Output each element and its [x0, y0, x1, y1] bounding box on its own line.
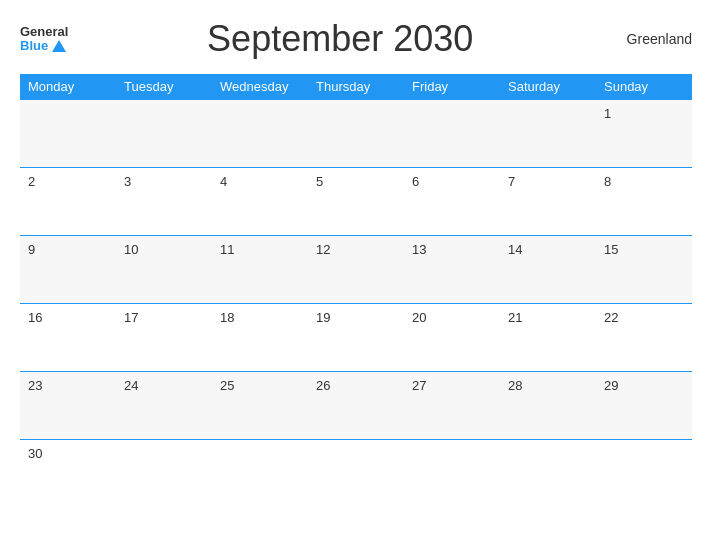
logo-blue-area: Blue [20, 39, 66, 53]
calendar-cell: 3 [116, 168, 212, 236]
calendar-cell: 16 [20, 304, 116, 372]
col-friday: Friday [404, 74, 500, 100]
col-monday: Monday [20, 74, 116, 100]
calendar-cell: 10 [116, 236, 212, 304]
calendar-cell: 21 [500, 304, 596, 372]
calendar-cell: 19 [308, 304, 404, 372]
calendar-week-row: 30 [20, 440, 692, 508]
day-number: 16 [28, 310, 42, 325]
day-number: 19 [316, 310, 330, 325]
calendar-week-row: 9101112131415 [20, 236, 692, 304]
calendar-cell: 13 [404, 236, 500, 304]
calendar-cell [212, 100, 308, 168]
calendar-cell: 22 [596, 304, 692, 372]
calendar-cell: 24 [116, 372, 212, 440]
calendar-cell: 26 [308, 372, 404, 440]
logo-triangle-icon [52, 40, 66, 52]
col-sunday: Sunday [596, 74, 692, 100]
calendar-container: General Blue September 2030 Greenland Mo… [0, 0, 712, 550]
calendar-cell [116, 440, 212, 508]
day-number: 23 [28, 378, 42, 393]
calendar-cell: 20 [404, 304, 500, 372]
col-thursday: Thursday [308, 74, 404, 100]
calendar-cell: 11 [212, 236, 308, 304]
calendar-week-row: 16171819202122 [20, 304, 692, 372]
day-number: 24 [124, 378, 138, 393]
day-number: 20 [412, 310, 426, 325]
calendar-cell: 14 [500, 236, 596, 304]
calendar-header: General Blue September 2030 Greenland [20, 18, 692, 60]
day-number: 5 [316, 174, 323, 189]
calendar-cell: 9 [20, 236, 116, 304]
calendar-cell: 4 [212, 168, 308, 236]
day-number: 17 [124, 310, 138, 325]
calendar-week-row: 23242526272829 [20, 372, 692, 440]
day-number: 4 [220, 174, 227, 189]
calendar-cell: 29 [596, 372, 692, 440]
calendar-cell: 18 [212, 304, 308, 372]
calendar-title: September 2030 [68, 18, 612, 60]
calendar-week-row: 2345678 [20, 168, 692, 236]
logo-blue-text: Blue [20, 39, 48, 53]
day-number: 10 [124, 242, 138, 257]
day-number: 2 [28, 174, 35, 189]
calendar-cell: 7 [500, 168, 596, 236]
day-number: 15 [604, 242, 618, 257]
calendar-cell [116, 100, 212, 168]
calendar-cell [404, 100, 500, 168]
logo-general-text: General [20, 25, 68, 39]
region-label: Greenland [612, 31, 692, 47]
day-number: 29 [604, 378, 618, 393]
day-number: 9 [28, 242, 35, 257]
day-number: 27 [412, 378, 426, 393]
calendar-cell: 2 [20, 168, 116, 236]
calendar-cell [308, 440, 404, 508]
calendar-cell: 6 [404, 168, 500, 236]
day-number: 25 [220, 378, 234, 393]
col-wednesday: Wednesday [212, 74, 308, 100]
calendar-cell: 28 [500, 372, 596, 440]
calendar-cell: 25 [212, 372, 308, 440]
day-number: 13 [412, 242, 426, 257]
day-number: 3 [124, 174, 131, 189]
day-number: 6 [412, 174, 419, 189]
calendar-cell [596, 440, 692, 508]
day-number: 8 [604, 174, 611, 189]
day-number: 21 [508, 310, 522, 325]
day-number: 30 [28, 446, 42, 461]
calendar-cell: 5 [308, 168, 404, 236]
col-saturday: Saturday [500, 74, 596, 100]
weekday-header-row: Monday Tuesday Wednesday Thursday Friday… [20, 74, 692, 100]
day-number: 18 [220, 310, 234, 325]
day-number: 14 [508, 242, 522, 257]
calendar-cell [404, 440, 500, 508]
col-tuesday: Tuesday [116, 74, 212, 100]
calendar-cell [212, 440, 308, 508]
calendar-cell: 8 [596, 168, 692, 236]
calendar-cell [308, 100, 404, 168]
calendar-cell: 23 [20, 372, 116, 440]
calendar-table: Monday Tuesday Wednesday Thursday Friday… [20, 74, 692, 508]
day-number: 22 [604, 310, 618, 325]
calendar-cell: 12 [308, 236, 404, 304]
day-number: 28 [508, 378, 522, 393]
calendar-cell: 15 [596, 236, 692, 304]
calendar-cell: 27 [404, 372, 500, 440]
calendar-cell [500, 440, 596, 508]
calendar-cell [500, 100, 596, 168]
calendar-week-row: 1 [20, 100, 692, 168]
calendar-cell: 17 [116, 304, 212, 372]
calendar-cell: 1 [596, 100, 692, 168]
calendar-cell: 30 [20, 440, 116, 508]
day-number: 12 [316, 242, 330, 257]
day-number: 7 [508, 174, 515, 189]
logo: General Blue [20, 25, 68, 54]
day-number: 11 [220, 242, 234, 257]
day-number: 1 [604, 106, 611, 121]
day-number: 26 [316, 378, 330, 393]
calendar-cell [20, 100, 116, 168]
